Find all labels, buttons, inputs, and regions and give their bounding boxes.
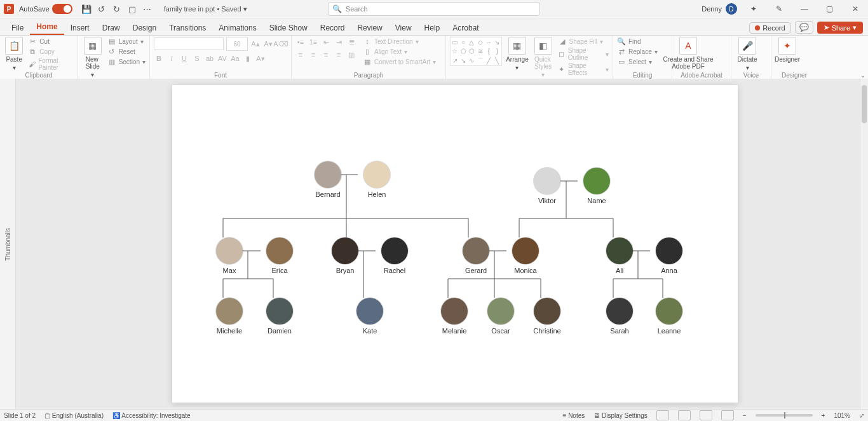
italic-icon[interactable]: I [166, 53, 177, 63]
tab-design[interactable]: Design [126, 21, 163, 35]
dictate-button[interactable]: 🎤 Dictate▾ [735, 37, 759, 71]
tab-transitions[interactable]: Transitions [163, 21, 212, 35]
person-helen[interactable]: Helen [358, 161, 396, 198]
zoom-slider[interactable] [756, 414, 813, 417]
tab-animations[interactable]: Animations [212, 21, 262, 35]
zoom-out-icon[interactable]: − [743, 412, 747, 419]
person-leanne[interactable]: Leanne [650, 298, 688, 335]
strike-icon[interactable]: S [192, 53, 202, 63]
shape-outline-button[interactable]: ◻Shape Outline▾ [558, 47, 609, 61]
fit-window-icon[interactable]: ⤢ [859, 412, 864, 419]
increase-font-icon[interactable]: A▴ [250, 39, 261, 49]
person-christine[interactable]: Christine [528, 298, 566, 335]
clear-format-icon[interactable]: A⌫ [276, 39, 286, 49]
tab-help[interactable]: Help [418, 21, 447, 35]
present-icon[interactable]: ▢ [126, 3, 139, 15]
person-monica[interactable]: Monica [506, 237, 545, 274]
replace-button[interactable]: ⇄Replace▾ [617, 47, 658, 56]
tab-acrobat[interactable]: Acrobat [446, 21, 485, 35]
comments-button[interactable]: 💬 [795, 21, 813, 34]
qat-more-icon[interactable]: ⋯ [141, 3, 154, 15]
numbering-icon[interactable]: 1≡ [308, 37, 318, 47]
tab-draw[interactable]: Draw [96, 21, 126, 35]
person-anna[interactable]: Anna [650, 237, 688, 274]
new-slide-button[interactable]: ▦ New Slide▾ [82, 37, 104, 78]
shapes-gallery[interactable]: ▭○△◇→↘ ☆⬠⬡≋{} ↗↘∿⌒╱╲ [450, 37, 502, 66]
font-size-input[interactable] [226, 37, 248, 51]
change-case-icon[interactable]: Aa [230, 53, 240, 63]
coming-soon-icon[interactable]: ✦ [745, 3, 763, 15]
font-color-icon[interactable]: A▾ [255, 53, 266, 63]
indent-icon[interactable]: ⇥ [334, 37, 344, 47]
person-name[interactable]: Name [578, 168, 616, 204]
shape-effects-button[interactable]: ✦Shape Effects▾ [558, 62, 609, 76]
language-indicator[interactable]: ▢ English (Australia) [44, 412, 104, 419]
document-title[interactable]: family tree in ppt • Saved ▾ [164, 5, 247, 13]
copy-button[interactable]: ⧉Copy [28, 47, 74, 56]
tab-slideshow[interactable]: Slide Show [263, 21, 314, 35]
person-gerard[interactable]: Gerard [457, 237, 495, 274]
columns-icon[interactable]: ▥ [346, 50, 356, 60]
scrollbar-thumb[interactable] [862, 85, 867, 123]
find-button[interactable]: 🔍Find [617, 37, 658, 46]
section-button[interactable]: ▥Section▾ [107, 57, 146, 66]
zoom-in-icon[interactable]: + [822, 412, 825, 419]
person-oscar[interactable]: Oscar [482, 298, 520, 335]
window-minimize-icon[interactable]: — [796, 3, 813, 15]
cut-button[interactable]: ✂Cut [28, 37, 74, 46]
thumbnail-pane-collapsed[interactable]: Thumbnails [0, 79, 16, 410]
share-button[interactable]: ➤ Share ▾ [817, 22, 863, 34]
highlight-icon[interactable]: ▮ [243, 53, 253, 63]
undo-icon[interactable]: ↺ [95, 3, 108, 15]
char-spacing-icon[interactable]: AV [217, 53, 227, 63]
person-bernard[interactable]: Bernard [309, 161, 347, 198]
zoom-level[interactable]: 101% [834, 412, 850, 419]
smartart-button[interactable]: ▦Convert to SmartArt▾ [363, 57, 436, 66]
slide[interactable]: BernardHelenViktorNameMaxEricaBryanRache… [172, 85, 738, 403]
window-close-icon[interactable]: ✕ [846, 3, 864, 15]
shadow-icon[interactable]: ab [205, 53, 215, 63]
slide-indicator[interactable]: Slide 1 of 2 [4, 412, 36, 419]
align-right-icon[interactable]: ≡ [321, 50, 331, 60]
normal-view-icon[interactable] [656, 410, 669, 420]
person-ali[interactable]: Ali [600, 237, 639, 274]
text-direction-button[interactable]: ↕Text Direction▾ [363, 37, 436, 46]
bullets-icon[interactable]: •≡ [295, 37, 306, 47]
align-text-button[interactable]: ▯Align Text▾ [363, 47, 436, 56]
person-max[interactable]: Max [210, 237, 248, 274]
font-name-input[interactable] [154, 37, 224, 50]
display-settings-button[interactable]: 🖥 Display Settings [593, 412, 647, 419]
person-viktor[interactable]: Viktor [528, 168, 566, 204]
autosave-toggle[interactable] [52, 4, 72, 14]
person-damien[interactable]: Damien [261, 298, 299, 335]
record-button[interactable]: Record [749, 22, 790, 34]
search-box[interactable]: 🔍 Search [328, 2, 540, 16]
person-rachel[interactable]: Rachel [376, 237, 414, 274]
quick-styles-button[interactable]: ◧ Quick Styles▾ [532, 37, 554, 78]
arrange-button[interactable]: ▦ Arrange▾ [506, 37, 529, 71]
person-michelle[interactable]: Michelle [210, 298, 248, 335]
underline-icon[interactable]: U [179, 53, 189, 63]
notes-button[interactable]: ≡ Notes [563, 412, 585, 419]
create-pdf-button[interactable]: A Create and Share Adobe PDF [676, 37, 700, 70]
account-button[interactable]: Denny D [702, 3, 737, 15]
designer-button[interactable]: ✦ Designer [775, 37, 799, 63]
tab-home[interactable]: Home [30, 20, 64, 35]
person-bryan[interactable]: Bryan [326, 237, 364, 274]
shape-fill-button[interactable]: ◢Shape Fill▾ [558, 37, 609, 46]
window-restore-icon[interactable]: ▢ [821, 3, 839, 15]
person-kate[interactable]: Kate [351, 298, 389, 335]
person-sarah[interactable]: Sarah [600, 298, 639, 335]
tab-file[interactable]: File [5, 21, 30, 35]
person-melanie[interactable]: Melanie [435, 298, 473, 335]
select-button[interactable]: ▭Select▾ [617, 57, 658, 66]
line-spacing-icon[interactable]: ≣ [346, 37, 356, 47]
decrease-font-icon[interactable]: A▾ [263, 39, 273, 49]
slideshow-view-icon[interactable] [721, 410, 734, 420]
reading-view-icon[interactable] [700, 410, 712, 420]
tab-record[interactable]: Record [314, 21, 351, 35]
save-icon[interactable]: 💾 [80, 3, 93, 15]
align-center-icon[interactable]: ≡ [308, 50, 318, 60]
bold-icon[interactable]: B [154, 53, 164, 63]
paste-button[interactable]: 📋 Paste▾ [4, 37, 24, 71]
